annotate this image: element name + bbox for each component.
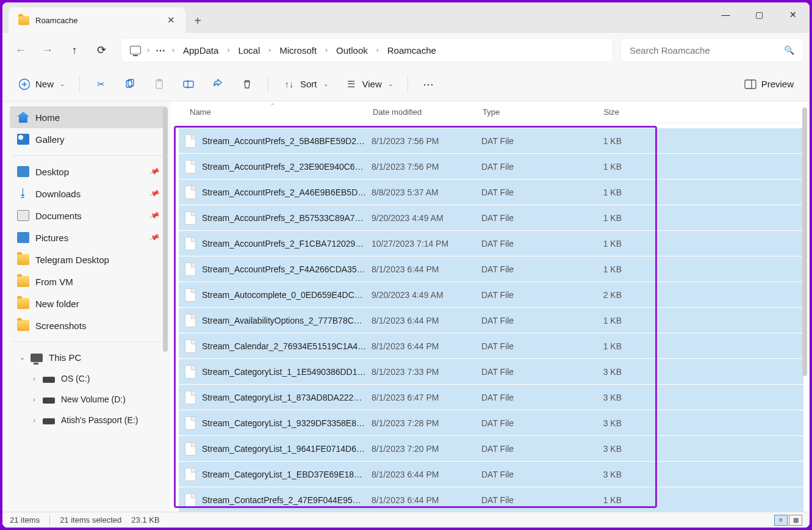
sidebar-item-gallery[interactable]: Gallery bbox=[10, 128, 167, 150]
chevron-right-icon[interactable]: › bbox=[29, 375, 39, 382]
sidebar-item-from-vm[interactable]: From VM bbox=[10, 270, 167, 292]
view-button[interactable]: ☰ View ⌄ bbox=[339, 74, 399, 94]
file-size: 1 KB bbox=[573, 136, 627, 146]
chevron-right-icon[interactable]: › bbox=[266, 46, 273, 54]
breadcrumb-outlook[interactable]: Outlook bbox=[330, 45, 374, 56]
rename-icon bbox=[182, 78, 195, 90]
file-type: DAT File bbox=[481, 213, 573, 223]
file-row[interactable]: Stream_Autocomplete_0_0ED659E4DCE5... 9/… bbox=[179, 282, 803, 307]
details-view-button[interactable]: ≡ bbox=[774, 515, 788, 526]
chevron-right-icon[interactable]: › bbox=[225, 46, 232, 54]
breadcrumb-overflow[interactable]: ⋯ bbox=[152, 45, 170, 56]
home-icon bbox=[17, 112, 29, 123]
col-size[interactable]: Size bbox=[569, 107, 624, 117]
search-input[interactable] bbox=[630, 45, 776, 56]
pin-icon: 📌 bbox=[149, 188, 160, 199]
chevron-right-icon[interactable]: › bbox=[170, 46, 177, 54]
refresh-button[interactable]: ⟳ bbox=[89, 38, 113, 62]
file-row[interactable]: Stream_AccountPrefs_2_F1CBA71202957... 1… bbox=[179, 231, 803, 256]
sidebar-item-desktop[interactable]: Desktop 📌 bbox=[10, 161, 167, 183]
pin-icon: 📌 bbox=[149, 210, 160, 221]
col-type[interactable]: Type bbox=[478, 107, 569, 117]
close-window-button[interactable]: ✕ bbox=[776, 2, 810, 27]
file-row[interactable]: Stream_AccountPrefs_2_5B48BFE59D2DD... 8… bbox=[179, 128, 803, 153]
file-icon bbox=[185, 314, 196, 327]
delete-button[interactable] bbox=[235, 74, 259, 94]
file-row[interactable]: Stream_Calendar_2_76934E51519C1A4EA... 8… bbox=[179, 333, 803, 358]
chevron-right-icon[interactable]: › bbox=[374, 46, 381, 54]
sidebar-item-new-folder[interactable]: New folder bbox=[10, 292, 167, 314]
sidebar-item-drive[interactable]: › OS (C:) bbox=[10, 368, 167, 389]
chevron-right-icon[interactable]: › bbox=[29, 396, 39, 403]
minimize-button[interactable]: — bbox=[709, 2, 742, 27]
sidebar-item-drive[interactable]: › New Volume (D:) bbox=[10, 389, 167, 410]
separator bbox=[49, 515, 50, 525]
sidebar-scrollbar[interactable] bbox=[163, 107, 168, 352]
share-button[interactable] bbox=[206, 74, 230, 94]
paste-button[interactable] bbox=[147, 74, 171, 94]
close-tab-button[interactable]: ✕ bbox=[166, 15, 176, 26]
sidebar-label: Pictures bbox=[35, 233, 68, 243]
chevron-down-icon[interactable]: ⌄ bbox=[17, 354, 27, 361]
col-date[interactable]: Date modified bbox=[368, 107, 478, 117]
tab-roamcache[interactable]: Roamcache ✕ bbox=[9, 7, 185, 33]
chevron-down-icon: ⌄ bbox=[388, 81, 393, 87]
breadcrumb-roamcache[interactable]: Roamcache bbox=[381, 45, 442, 56]
search-icon: 🔍 bbox=[784, 45, 794, 55]
file-size: 3 KB bbox=[573, 444, 627, 454]
breadcrumb-local[interactable]: Local bbox=[232, 45, 266, 56]
sidebar-item-documents[interactable]: Documents 📌 bbox=[10, 205, 167, 227]
file-scrollbar[interactable] bbox=[802, 107, 807, 376]
file-name: Stream_Calendar_2_76934E51519C1A4EA... bbox=[202, 341, 372, 351]
file-list: Stream_AccountPrefs_2_5B48BFE59D2DD... 8… bbox=[170, 123, 810, 512]
more-button[interactable]: ⋯ bbox=[417, 74, 440, 95]
file-icon bbox=[185, 416, 196, 430]
folder-icon bbox=[17, 254, 29, 265]
sidebar-item-home[interactable]: Home bbox=[10, 106, 167, 128]
file-size: 1 KB bbox=[573, 239, 627, 249]
thumbnails-view-button[interactable]: ▦ bbox=[789, 515, 802, 526]
chevron-right-icon[interactable]: › bbox=[145, 46, 152, 54]
sidebar-item-screenshots[interactable]: Screenshots bbox=[10, 314, 167, 336]
new-button[interactable]: New ⌄ bbox=[12, 74, 71, 94]
sort-button[interactable]: ↑↓ Sort ⌄ bbox=[277, 74, 334, 94]
sidebar-item-thispc[interactable]: ⌄ This PC bbox=[10, 347, 167, 368]
sort-icon: ↑↓ bbox=[283, 78, 295, 90]
file-row[interactable]: Stream_CategoryList_1_EBD37E69E185B6... … bbox=[179, 462, 803, 487]
file-row[interactable]: Stream_CategoryList_1_873AD8DA2220E... 8… bbox=[179, 385, 803, 410]
maximize-button[interactable]: ▢ bbox=[742, 2, 776, 27]
breadcrumb-appdata[interactable]: AppData bbox=[177, 45, 225, 56]
file-row[interactable]: Stream_CategoryList_1_1E5490386DD152... … bbox=[179, 359, 803, 384]
breadcrumb-microsoft[interactable]: Microsoft bbox=[273, 45, 323, 56]
copy-button[interactable] bbox=[118, 74, 142, 94]
preview-button[interactable]: Preview bbox=[738, 74, 800, 94]
col-name[interactable]: ⌃Name bbox=[185, 107, 368, 117]
file-icon bbox=[185, 134, 196, 148]
file-row[interactable]: Stream_ContactPrefs_2_47E9F044E95CA0... … bbox=[179, 487, 803, 512]
back-button[interactable]: ← bbox=[9, 38, 33, 62]
rename-button[interactable] bbox=[176, 74, 201, 94]
search-box[interactable]: 🔍 bbox=[620, 38, 803, 62]
file-name: Stream_CategoryList_1_9329DF3358E801... bbox=[202, 418, 372, 428]
file-type: DAT File bbox=[481, 367, 573, 377]
file-row[interactable]: Stream_CategoryList_1_9641FE0714D609... … bbox=[179, 436, 803, 461]
file-row[interactable]: Stream_AccountPrefs_2_23E90E940C61A... 8… bbox=[179, 154, 803, 179]
chevron-right-icon[interactable]: › bbox=[29, 416, 39, 424]
forward-button[interactable]: → bbox=[35, 38, 60, 62]
file-row[interactable]: Stream_AccountPrefs_2_A46E9B6EB5DB2... 8… bbox=[179, 180, 803, 205]
sidebar-item-downloads[interactable]: ⭳ Downloads 📌 bbox=[10, 183, 167, 205]
sidebar-item-pictures[interactable]: Pictures 📌 bbox=[10, 227, 167, 249]
new-tab-button[interactable]: + bbox=[185, 14, 210, 33]
up-button[interactable]: ↑ bbox=[62, 38, 87, 62]
file-row[interactable]: Stream_CategoryList_1_9329DF3358E801... … bbox=[179, 410, 803, 435]
sidebar-item-telegram-desktop[interactable]: Telegram Desktop bbox=[10, 249, 167, 270]
cut-button[interactable]: ✂ bbox=[88, 74, 113, 94]
file-type: DAT File bbox=[481, 239, 573, 249]
chevron-right-icon[interactable]: › bbox=[323, 46, 330, 54]
file-row[interactable]: Stream_AccountPrefs_2_B57533C89A728... 9… bbox=[179, 205, 803, 230]
file-row[interactable]: Stream_AccountPrefs_2_F4A266CDA355E... 8… bbox=[179, 256, 803, 281]
desktop-icon bbox=[17, 166, 29, 177]
sidebar-item-drive[interactable]: › Atish's Passport (E:) bbox=[10, 410, 167, 430]
file-row[interactable]: Stream_AvailabilityOptions_2_777B78CE0..… bbox=[179, 308, 803, 333]
address-bar[interactable]: › ⋯ › AppData › Local › Microsoft › Outl… bbox=[121, 38, 613, 62]
